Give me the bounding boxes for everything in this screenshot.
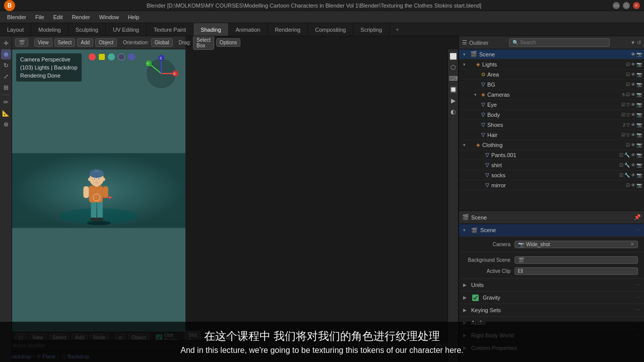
tab-compositing[interactable]: Compositing <box>308 23 353 36</box>
close-button[interactable]: ✕ <box>633 2 640 9</box>
active-clip-value[interactable]: 🎞 <box>514 267 638 275</box>
viewport-select-menu[interactable]: Select <box>54 38 76 47</box>
orientation-dropdown[interactable]: Global <box>151 38 173 47</box>
mirror-eye[interactable]: 👁 <box>631 183 635 188</box>
viewport-view-menu[interactable]: View <box>34 38 52 47</box>
tree-clothing[interactable]: ▾ ◈ Clothing ☑ 👁 📷 <box>459 140 644 150</box>
tree-pants[interactable]: ▽ Pants.001 ☑ 🔧 👁 📷 <box>459 150 644 160</box>
tool-annotate[interactable]: ✏ <box>1 97 11 107</box>
pants-cam[interactable]: 📷 <box>636 153 642 158</box>
tab-texture-paint[interactable]: Texture Paint <box>147 23 194 36</box>
body-eye[interactable]: 👁 <box>631 112 635 117</box>
dot-yellow[interactable] <box>99 54 105 60</box>
shirt-vis[interactable]: ☑ <box>619 163 623 168</box>
dot-green[interactable] <box>108 53 115 60</box>
shoes-eye[interactable]: 👁 <box>631 122 635 127</box>
prop-pin-icon[interactable]: 📌 <box>634 214 641 221</box>
hair-vis[interactable]: ☑ <box>621 132 625 137</box>
outliner-sync-btn[interactable]: ↺ <box>637 40 641 45</box>
viewport-gizmo[interactable]: X Y Z <box>141 53 181 94</box>
units-header[interactable]: ▶ Units ⋯ <box>459 279 644 291</box>
cam-vis[interactable]: ☑ <box>626 92 630 97</box>
hair-eye[interactable]: 👁 <box>631 132 635 137</box>
minimize-button[interactable]: — <box>613 2 620 9</box>
tool-move[interactable]: ⊕ <box>1 49 11 59</box>
shoes-vis[interactable]: ▽ <box>626 122 630 127</box>
menu-blender[interactable]: Blender <box>3 13 30 21</box>
tree-cameras[interactable]: ▾ ◈ Cameras 5 ☑ 👁 📷 <box>459 90 644 100</box>
keying-sets-header[interactable]: ▶ Keying Sets ⋯ <box>459 304 644 316</box>
scene-section-header[interactable]: ▾ 🎬 Scene ⋯ <box>459 224 644 236</box>
tab-modeling[interactable]: Modeling <box>31 23 69 36</box>
tree-eye[interactable]: ▽ Eye ☑ ▽ 👁 📷 <box>459 100 644 110</box>
viewport-editor-type[interactable]: 🎬 <box>15 38 28 47</box>
mirror-vis[interactable]: ☑ <box>626 183 630 188</box>
eye-cam[interactable]: 📷 <box>636 102 642 107</box>
tree-shirt[interactable]: ▽ shirt ☑ 🔧 👁 📷 <box>459 160 644 170</box>
cam-render[interactable]: 📷 <box>636 92 642 97</box>
dot-red[interactable] <box>89 53 96 60</box>
camera-value[interactable]: 📷 Wide_shot ✕ <box>514 241 638 248</box>
tree-mirror[interactable]: ▽ mirror ☑ 👁 📷 <box>459 180 644 190</box>
menu-edit[interactable]: Edit <box>49 13 67 21</box>
tool-transform[interactable]: ⊞ <box>1 83 11 93</box>
tree-area-light[interactable]: ⊙ Area ☑ 👁 📷 <box>459 69 644 80</box>
tab-layout[interactable]: Layout <box>0 23 31 36</box>
body-vis2[interactable]: ▽ <box>626 112 630 117</box>
shirt-arm[interactable]: 🔧 <box>624 163 630 168</box>
cam-eye[interactable]: 👁 <box>631 92 635 97</box>
eye-vis2[interactable]: ▽ <box>626 102 630 107</box>
scene-visibility[interactable]: 👁 <box>631 52 635 57</box>
area-vis[interactable]: ☑ <box>626 72 630 77</box>
socks-cam[interactable]: 📷 <box>636 173 642 178</box>
tab-sculpting[interactable]: Sculpting <box>69 23 106 36</box>
dot-blue[interactable] <box>128 53 135 60</box>
lights-vis[interactable]: ☑ <box>626 62 630 67</box>
tree-lights[interactable]: ▾ ◈ Lights ☑ 👁 📷 <box>459 59 644 69</box>
socks-arm[interactable]: 🔧 <box>624 173 630 178</box>
eye-vis1[interactable]: ☑ <box>621 102 625 107</box>
pants-arm[interactable]: 🔧 <box>624 153 630 158</box>
tree-scene-root[interactable]: ▾ 🎬 Scene 👁 📷 <box>459 49 644 59</box>
side-tool-6[interactable]: ◐ <box>448 107 458 117</box>
options-btn[interactable]: Options <box>216 38 240 47</box>
mirror-cam[interactable]: 📷 <box>636 183 642 188</box>
gravity-header[interactable]: ▶ Gravity ⋯ <box>459 292 644 304</box>
scene-render[interactable]: 📷 <box>636 52 642 57</box>
scene-options-icon[interactable]: ⋯ <box>635 228 640 233</box>
keying-options[interactable]: ⋯ <box>635 308 640 313</box>
body-vis1[interactable]: ☑ <box>621 112 625 117</box>
drag-dropdown[interactable]: Select Box <box>193 36 214 50</box>
bg-cam[interactable]: 📷 <box>636 82 642 87</box>
dot-blue-circle[interactable] <box>118 53 125 60</box>
gravity-options[interactable]: ⋯ <box>635 295 640 300</box>
pants-vis[interactable]: ☑ <box>619 153 623 158</box>
tree-shoes[interactable]: ▽ Shoes 2 ▽ 👁 📷 <box>459 120 644 130</box>
shirt-eye[interactable]: 👁 <box>631 163 635 168</box>
maximize-button[interactable]: □ <box>623 2 630 9</box>
viewport-object-menu[interactable]: Object <box>95 38 117 47</box>
outliner-search[interactable] <box>509 38 610 47</box>
lights-sel[interactable]: 📷 <box>636 62 642 67</box>
clothing-eye[interactable]: 👁 <box>631 142 635 148</box>
tab-animation[interactable]: Animation <box>229 23 268 36</box>
area-eye[interactable]: 👁 <box>631 72 635 77</box>
lights-render[interactable]: 👁 <box>631 62 635 67</box>
side-tool-3[interactable]: ⌨ <box>448 74 458 84</box>
tab-add-button[interactable]: ＋ <box>390 23 405 36</box>
menu-window[interactable]: Window <box>95 13 123 21</box>
body-cam[interactable]: 📷 <box>636 112 642 117</box>
tree-socks[interactable]: ▽ socks ☑ 🔧 👁 📷 <box>459 170 644 180</box>
side-tool-2[interactable]: ⬡ <box>448 62 458 73</box>
camera-clear-btn[interactable]: ✕ <box>630 242 634 247</box>
hair-vis2[interactable]: ▽ <box>626 132 630 137</box>
side-tool-1[interactable]: ⬜ <box>448 51 458 61</box>
socks-vis[interactable]: ☑ <box>619 173 623 178</box>
tab-shading[interactable]: Shading <box>194 23 228 36</box>
viewport-add-menu[interactable]: Add <box>77 38 93 47</box>
tool-measure[interactable]: 📐 <box>1 108 11 118</box>
tree-body[interactable]: ▽ Body ☑ ▽ 👁 📷 <box>459 110 644 120</box>
3d-viewport[interactable]: Camera Perspective (103) Lights | Backdr… <box>12 49 185 332</box>
clothing-vis[interactable]: ☑ <box>626 142 630 148</box>
units-options[interactable]: ⋯ <box>635 282 640 287</box>
